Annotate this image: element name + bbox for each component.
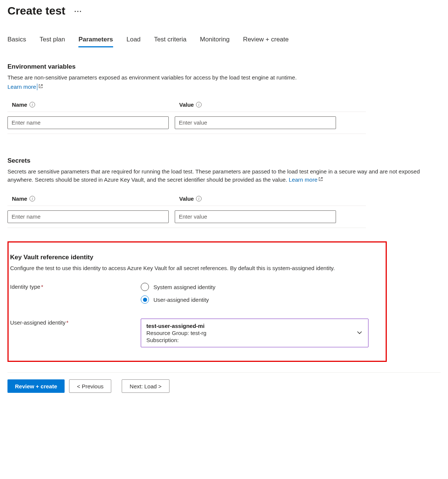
secret-value-header: Value i <box>175 195 202 202</box>
tab-basics[interactable]: Basics <box>7 36 26 47</box>
tab-test-plan[interactable]: Test plan <box>40 36 65 47</box>
learn-more-label: Learn more <box>289 176 318 184</box>
radio-icon <box>141 295 149 304</box>
dropdown-resource-group: Resource Group: test-rg <box>146 330 206 336</box>
chevron-down-icon <box>356 329 363 337</box>
secret-name-input[interactable] <box>7 210 169 223</box>
identity-type-radio-group: System assigned identity User-assigned i… <box>141 283 215 304</box>
radio-label: System assigned identity <box>153 284 215 290</box>
secrets-section: Secrets Secrets are sensitive parameters… <box>7 157 441 228</box>
env-name-input[interactable] <box>7 116 169 129</box>
tab-review-create[interactable]: Review + create <box>243 36 289 47</box>
identity-type-label: Identity type* <box>10 283 141 290</box>
info-icon[interactable]: i <box>29 196 35 201</box>
secret-name-header: Name i <box>7 195 35 202</box>
secrets-title: Secrets <box>7 157 441 165</box>
user-identity-dropdown[interactable]: test-user-assigned-mi Resource Group: te… <box>141 319 368 347</box>
env-vars-title: Environment variables <box>7 63 441 71</box>
env-vars-learn-more-link[interactable]: Learn more <box>7 84 43 90</box>
env-vars-table: Name i Value i <box>7 101 366 134</box>
page-title: Create test <box>7 4 65 17</box>
secret-value-input[interactable] <box>175 210 336 223</box>
radio-user-assigned[interactable]: User-assigned identity <box>141 295 215 304</box>
info-icon[interactable]: i <box>196 196 202 201</box>
external-link-icon <box>38 84 43 90</box>
dropdown-subscription: Subscription: <box>146 337 206 343</box>
env-vars-section: Environment variables These are non-sens… <box>7 63 441 134</box>
env-name-header: Name i <box>7 101 35 108</box>
key-vault-identity-section: Key Vault reference identity Configure t… <box>7 241 387 362</box>
footer: Review + create < Previous Next: Load > <box>7 372 441 393</box>
learn-more-label: Learn more <box>7 84 36 90</box>
info-icon[interactable]: i <box>29 102 35 107</box>
env-value-header: Value i <box>175 101 202 108</box>
tabs: Basics Test plan Parameters Load Test cr… <box>7 36 441 47</box>
dropdown-title: test-user-assigned-mi <box>146 323 206 329</box>
tab-test-criteria[interactable]: Test criteria <box>154 36 187 47</box>
secrets-learn-more-link[interactable]: Learn more <box>289 176 324 184</box>
review-create-button[interactable]: Review + create <box>7 379 65 393</box>
external-link-icon <box>318 176 323 184</box>
radio-label: User-assigned identity <box>153 297 209 303</box>
next-button[interactable]: Next: Load > <box>122 379 169 393</box>
secrets-table: Name i Value i <box>7 195 366 228</box>
tab-load[interactable]: Load <box>127 36 141 47</box>
more-icon[interactable]: ··· <box>74 6 82 16</box>
user-identity-label: User-assigned identity* <box>10 319 141 326</box>
env-value-input[interactable] <box>175 116 336 129</box>
kv-identity-title: Key Vault reference identity <box>10 254 384 261</box>
radio-icon <box>141 283 149 291</box>
tab-parameters[interactable]: Parameters <box>78 36 113 47</box>
info-icon[interactable]: i <box>196 102 202 107</box>
radio-system-assigned[interactable]: System assigned identity <box>141 283 215 291</box>
previous-button[interactable]: < Previous <box>69 379 111 393</box>
secrets-desc: Secrets are sensitive parameters that ar… <box>7 168 441 184</box>
env-vars-desc: These are non-sensitive parameters expos… <box>7 73 441 82</box>
tab-monitoring[interactable]: Monitoring <box>200 36 230 47</box>
kv-identity-desc: Configure the test to use this identity … <box>10 264 384 273</box>
